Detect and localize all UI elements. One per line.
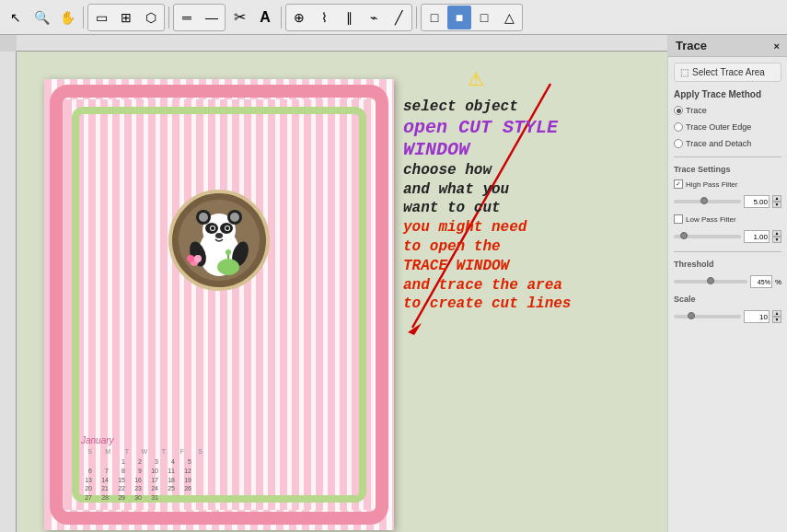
calendar-section: January S M T W T F S (81, 435, 357, 503)
stroke-tool[interactable]: ╱ (387, 6, 411, 29)
edit-tools: ⊕ ⌇ ∥ ⌁ ╱ (285, 4, 412, 31)
svg-line-21 (412, 84, 550, 328)
zoom-tool[interactable]: 🔍 (29, 6, 53, 29)
eraser-tool[interactable]: ∥ (337, 6, 361, 29)
instruction-line10: and trace the area (403, 276, 661, 295)
rectangle-tool[interactable]: ▭ (89, 6, 113, 29)
canvas-area[interactable]: January S M T W T F S (0, 35, 667, 532)
trace-outer-edge-radio-row[interactable]: Trace Outer Edge (674, 121, 781, 133)
high-pass-thumb[interactable] (700, 197, 708, 204)
panel-tool-2[interactable]: ■ (447, 6, 471, 29)
cal-row-1: 1 2345 (81, 457, 357, 467)
scissors-tool[interactable]: ✂ (227, 6, 251, 29)
trace-settings-label: Trace Settings (674, 165, 781, 174)
high-pass-slider-row: ▲ ▼ (674, 195, 781, 208)
svg-point-19 (217, 259, 239, 275)
high-pass-label: High Pass Filter (686, 180, 737, 189)
scale-down[interactable]: ▼ (772, 317, 781, 323)
trace-panel: Trace × ⬚ Select Trace Area Apply Trace … (667, 35, 787, 532)
instruction-line4: choose how (403, 161, 661, 180)
svg-point-6 (230, 213, 239, 222)
low-pass-checkbox[interactable] (674, 214, 683, 224)
trace-radio-row[interactable]: Trace (674, 105, 781, 116)
scale-input[interactable] (744, 310, 770, 323)
grid-tool[interactable]: ⊞ (114, 6, 138, 29)
scale-up[interactable]: ▲ (772, 310, 781, 317)
line-tool[interactable]: ═ (175, 6, 199, 29)
threshold-slider[interactable] (674, 280, 747, 283)
cal-row-2: 678 9101112 (81, 467, 357, 476)
select-trace-area-label: Select Trace Area (692, 67, 765, 77)
panel-tool-3[interactable]: □ (472, 6, 496, 29)
horizontal-ruler (17, 35, 667, 52)
instruction-line9: TRACE WINDOW (403, 257, 661, 276)
panda-illustration (168, 190, 270, 291)
low-pass-thumb[interactable] (680, 232, 688, 239)
high-pass-input[interactable] (744, 195, 770, 208)
low-pass-down[interactable]: ▼ (772, 237, 781, 243)
scale-slider[interactable] (674, 315, 741, 318)
high-pass-slider[interactable] (674, 200, 741, 203)
low-pass-input[interactable] (744, 230, 770, 243)
calendar-header: S M T W T F S (81, 447, 357, 457)
separator-4 (416, 6, 417, 29)
cal-row-3: 131415 16171819 (81, 476, 357, 485)
view-tools: □ ■ □ △ (421, 4, 523, 31)
instruction-line3: WINDOW (403, 139, 661, 161)
separator-3 (281, 6, 282, 29)
scale-slider-row: ▲ ▼ (674, 310, 781, 323)
instruction-line11: to create cut lines (403, 295, 661, 314)
knife-tool[interactable]: ⌇ (312, 6, 336, 29)
svg-point-18 (194, 255, 202, 262)
instruction-line7: you might need (403, 218, 661, 237)
low-pass-up[interactable]: ▲ (772, 230, 781, 237)
node-tool[interactable]: ⊕ (287, 6, 311, 29)
text-tool[interactable]: A (253, 6, 277, 29)
scale-label: Scale (674, 295, 781, 304)
trace-outer-edge-label: Trace Outer Edge (686, 122, 751, 132)
toolbar: ↖ 🔍 ✋ ▭ ⊞ ⬡ ═ — ✂ A ⊕ ⌇ ∥ ⌁ ╱ □ ■ □ △ (0, 0, 787, 35)
pointer-tool[interactable]: ↖ (4, 6, 28, 29)
close-icon[interactable]: × (774, 40, 780, 52)
trace-radio-label: Trace (686, 106, 707, 115)
threshold-thumb[interactable] (707, 277, 714, 284)
svg-point-20 (226, 249, 231, 255)
page-background: January S M T W T F S (44, 79, 394, 530)
vertical-ruler (0, 35, 17, 532)
high-pass-down[interactable]: ▼ (772, 202, 781, 208)
high-pass-checkbox[interactable] (674, 179, 683, 189)
line-tool-2[interactable]: — (200, 6, 224, 29)
trace-detach-label: Trace and Detach (686, 139, 751, 148)
fill-tool[interactable]: ⌁ (362, 6, 386, 29)
threshold-input[interactable] (750, 275, 772, 288)
design-page: January S M T W T F S (44, 79, 394, 530)
ruler-corner (0, 35, 17, 52)
overlay-instructions: select object open CUT STYLE WINDOW choo… (403, 98, 661, 314)
trace-radio[interactable] (674, 106, 683, 115)
high-pass-spinbox: ▲ ▼ (772, 195, 781, 208)
low-pass-slider-row: ▲ ▼ (674, 230, 781, 243)
select-trace-area-button[interactable]: ⬚ Select Trace Area (674, 63, 781, 82)
instruction-line5: and what you (403, 180, 661, 200)
separator-2 (168, 6, 169, 29)
select-trace-icon: ⬚ (680, 67, 689, 77)
trace-outer-edge-radio[interactable] (674, 122, 683, 132)
apply-trace-method-label: Apply Trace Method (674, 89, 781, 99)
panel-title-bar: Trace × (668, 35, 787, 57)
polygon-tool[interactable]: ⬡ (139, 6, 163, 29)
divider-1 (674, 156, 781, 157)
main-area: January S M T W T F S (0, 35, 787, 532)
pan-tool[interactable]: ✋ (55, 6, 79, 29)
svg-point-12 (226, 226, 229, 230)
svg-point-5 (199, 213, 208, 222)
panel-tool-4[interactable]: △ (497, 6, 521, 29)
low-pass-slider[interactable] (674, 235, 741, 238)
panel-tool-1[interactable]: □ (422, 6, 446, 29)
scale-thumb[interactable] (688, 312, 695, 319)
threshold-percent: % (775, 278, 781, 286)
trace-detach-radio-row[interactable]: Trace and Detach (674, 138, 781, 149)
calendar-grid: S M T W T F S 1 2345 (81, 447, 357, 503)
high-pass-up[interactable]: ▲ (772, 195, 781, 202)
work-canvas[interactable]: January S M T W T F S (17, 52, 667, 532)
trace-detach-radio[interactable] (674, 139, 683, 148)
